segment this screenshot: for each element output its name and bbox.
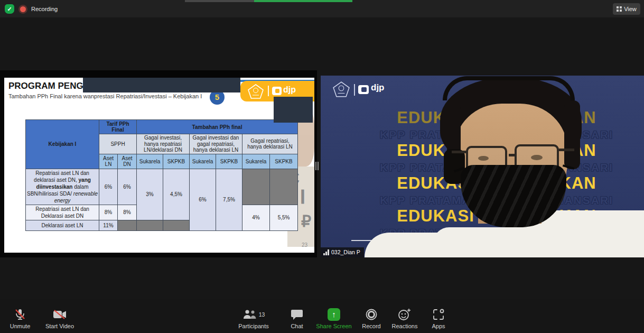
floating-overlay-box <box>274 97 313 123</box>
sub-header-cell: Gagal investasi, hanya repatriasi LN/dek… <box>137 134 190 154</box>
record-button[interactable]: Record <box>354 308 388 329</box>
apps-icon <box>432 308 445 321</box>
reactions-button[interactable]: Reactions <box>385 308 425 329</box>
value-cell: 4,5% <box>163 169 190 220</box>
row-label-cell: Deklarasi aset LN <box>26 220 99 230</box>
col-header-cell: Sukarela <box>242 154 270 169</box>
participants-label: Participants <box>229 323 278 329</box>
share-border-strip <box>254 0 352 2</box>
floating-toolbar-overlay <box>83 78 240 92</box>
value-cell: 8% <box>118 205 137 220</box>
view-button[interactable]: View <box>613 3 640 15</box>
unmute-label: Unmute <box>3 323 37 329</box>
reactions-icon <box>398 308 412 321</box>
ruble-symbol: ₽ <box>301 212 311 230</box>
col-header-cell: Aset LN <box>99 154 118 169</box>
value-cell: 3% <box>137 169 163 220</box>
participants-count: 13 <box>259 311 265 318</box>
row-label-cell: Repatriasi aset LN dan Deklarasi aset DN <box>26 205 99 220</box>
kemenkeu-pentagon-icon <box>248 84 264 99</box>
djp-mark-icon <box>272 87 282 95</box>
banner-divider <box>268 86 269 96</box>
participant-name: 032_Dian P <box>331 249 360 255</box>
person-hair-right <box>564 100 580 169</box>
djp-logo-text: djp <box>283 85 296 95</box>
value-cell: 11% <box>99 220 118 230</box>
sub-header-cell: Gagal investasi dan gagal repatriasi, ha… <box>190 134 242 154</box>
microphone-muted-icon <box>13 308 27 321</box>
chat-label: Chat <box>281 323 313 329</box>
encryption-shield-icon: ✓ <box>5 4 14 14</box>
person-shirt-chest <box>433 227 555 257</box>
glasses-bridge <box>509 154 515 156</box>
na-cell <box>163 220 190 230</box>
djp-mark-icon <box>358 85 369 94</box>
value-cell: 6% <box>118 169 137 205</box>
value-cell: 4% <box>242 205 270 230</box>
value-cell: 6% <box>190 169 216 230</box>
share-screen-icon: ↑ <box>328 308 340 321</box>
participants-button[interactable]: 13 Participants <box>229 308 278 329</box>
pane-splitter-handle[interactable] <box>315 162 319 170</box>
recording-indicator-icon <box>20 6 26 12</box>
col-header-cell: SKPKB <box>216 154 242 169</box>
row-label-cell: Repatriasi aset LN dan deklarasi aset DN… <box>26 169 99 205</box>
participant-name-tag: 032_Dian P <box>321 247 364 257</box>
table-row: Kebijakan I Tarif PPh Final Tambahan PPh… <box>26 120 298 134</box>
zoom-meeting-window: ✓ Recording View PROGRAM PENGUN Tambahan… <box>0 0 644 333</box>
chat-icon <box>291 309 303 320</box>
col-header-cell: Aset DN <box>118 154 137 169</box>
presentation-slide: PROGRAM PENGUN Tambahan PPh Final karena… <box>4 78 314 253</box>
speaker-video-tile[interactable]: EDUKASI PERPAJAKAN KPP PRATAMA JAKARTA T… <box>321 76 644 257</box>
djp-logo-text: djp <box>371 82 385 93</box>
meeting-toolbar: Unmute Start Video 1 <box>0 299 644 333</box>
col-header-cell: Sukarela <box>190 154 216 169</box>
unmute-button[interactable]: Unmute <box>3 308 37 329</box>
share-screen-button[interactable]: ↑ Share Screen <box>313 308 355 329</box>
value-cell: 8% <box>99 205 118 220</box>
headphone-band-icon <box>443 76 575 100</box>
table-row: Repatriasi aset LN dan deklarasi aset DN… <box>26 169 298 205</box>
top-bar: ✓ Recording View <box>0 0 644 17</box>
recording-label: Recording <box>31 6 58 12</box>
col-header-cell: Sukarela <box>137 154 163 169</box>
slide-page-number: 23 <box>302 242 307 248</box>
col-header-cell: SKPKB <box>270 154 298 169</box>
na-cell <box>137 220 163 230</box>
corner-header-cell: Kebijakan I <box>26 120 99 169</box>
audio-level-icon <box>323 249 330 255</box>
view-label: View <box>624 6 637 12</box>
shared-screen-pane: PROGRAM PENGUN Tambahan PPh Final karena… <box>0 70 317 257</box>
na-cell <box>242 169 270 205</box>
kemenkeu-pentagon-icon <box>333 81 350 97</box>
value-cell: 7,5% <box>216 169 242 230</box>
chat-button[interactable]: Chat <box>281 308 313 329</box>
window-edge-strip <box>185 0 254 2</box>
record-label: Record <box>354 323 388 329</box>
reactions-label: Reactions <box>385 323 425 329</box>
na-cell <box>270 169 298 205</box>
slide-subtitle: Tambahan PPh Final karena wanprestasi Re… <box>8 93 202 99</box>
apps-button[interactable]: Apps <box>425 308 452 329</box>
glasses-arm-right <box>558 149 574 151</box>
camera-off-icon <box>52 309 67 320</box>
value-cell: 5,5% <box>270 205 298 230</box>
bar-symbol: ❙ <box>297 188 309 204</box>
view-grid-icon <box>617 6 622 12</box>
apps-label: Apps <box>425 323 452 329</box>
value-cell: 6% <box>99 169 118 205</box>
glasses-arm-left <box>452 151 466 153</box>
participants-icon <box>242 309 257 320</box>
start-video-label: Start Video <box>41 323 79 329</box>
sub-header-cell: Gagal repatriasi, hanya deklarasi LN <box>242 134 298 154</box>
record-icon <box>365 308 378 321</box>
col-header-cell: SKPKB <box>163 154 190 169</box>
na-cell <box>118 220 137 230</box>
group-header-cell: Tarif PPh Final <box>99 120 137 134</box>
logo-divider <box>354 84 355 96</box>
start-video-button[interactable]: Start Video <box>41 308 79 329</box>
tax-rates-table: Kebijakan I Tarif PPh Final Tambahan PPh… <box>25 119 298 231</box>
share-screen-label: Share Screen <box>313 323 355 329</box>
sub-header-cell: SPPH <box>99 134 137 154</box>
